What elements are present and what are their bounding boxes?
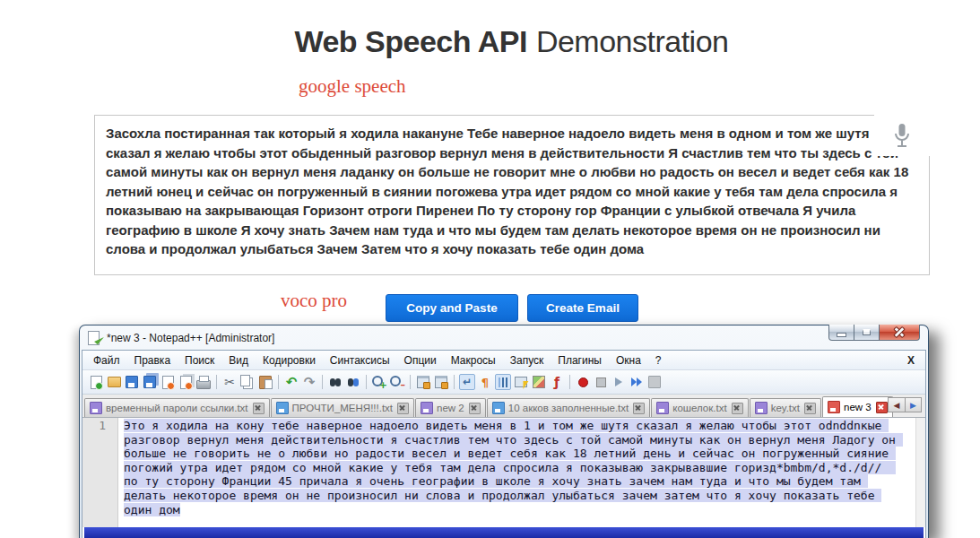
tab-1[interactable]: ПРОЧТИ_МЕНЯ!!!.txt bbox=[271, 398, 415, 417]
close-tab-icon[interactable] bbox=[253, 403, 265, 414]
toolbar-separator bbox=[322, 375, 323, 389]
func-list-icon[interactable] bbox=[549, 374, 565, 390]
tab-2[interactable]: new 2 bbox=[415, 398, 486, 417]
close-tab-icon[interactable] bbox=[469, 403, 481, 414]
tab-label: ПРОЧТИ_МЕНЯ!!!.txt bbox=[292, 403, 394, 413]
close-tab-icon[interactable] bbox=[804, 403, 816, 414]
menu-item-1[interactable]: Правка bbox=[127, 354, 178, 367]
toolbar-separator bbox=[216, 375, 217, 389]
tab-0[interactable]: временный пароли ссылки.txt bbox=[84, 398, 270, 417]
selected-text[interactable]: Это я ходила на кону тебе наверное надое… bbox=[124, 419, 903, 516]
tab-scroll-left-icon[interactable]: ◀ bbox=[888, 397, 905, 412]
tab-label: временный пароли ссылки.txt bbox=[106, 403, 248, 413]
minimize-button[interactable] bbox=[828, 325, 854, 341]
toolbar-separator bbox=[569, 375, 570, 389]
line-number-margin: 1 bbox=[82, 418, 118, 527]
menu-item-2[interactable]: Поиск bbox=[178, 354, 221, 367]
window-bottom-strip bbox=[84, 527, 924, 538]
tab-bar-tabs: временный пароли ссылки.txtПРОЧТИ_МЕНЯ!!… bbox=[84, 396, 894, 417]
maximize-button[interactable] bbox=[854, 325, 879, 341]
copy-and-paste-button[interactable]: Copy and Paste bbox=[386, 294, 518, 322]
tab-label: key.txt bbox=[771, 403, 800, 413]
cut-icon[interactable] bbox=[221, 374, 238, 390]
redo-icon[interactable] bbox=[301, 374, 317, 390]
user-lang-icon[interactable] bbox=[513, 374, 529, 390]
zoom-out-icon[interactable] bbox=[389, 374, 405, 390]
tab-6[interactable]: new 3 bbox=[822, 396, 893, 417]
page-title-strong: Web Speech API bbox=[294, 24, 526, 58]
tab-3[interactable]: 10 акков заполненные.txt bbox=[487, 398, 650, 417]
toolbar-separator bbox=[410, 375, 411, 389]
editor-area[interactable]: 1 Это я ходила на кону тебе наверное над… bbox=[82, 418, 925, 527]
tab-label: 10 акков заполненные.txt bbox=[508, 403, 629, 413]
find-icon[interactable] bbox=[327, 374, 343, 390]
toolbar bbox=[82, 370, 925, 395]
play-macro-icon[interactable] bbox=[611, 374, 627, 390]
indent-guide-icon[interactable] bbox=[495, 374, 511, 390]
save-macro-icon[interactable] bbox=[646, 374, 663, 390]
floppy-save-icon bbox=[828, 401, 840, 413]
tab-4[interactable]: кошелок.txt bbox=[651, 398, 748, 417]
sync-vertical-icon[interactable] bbox=[415, 374, 431, 390]
page-title-light: Demonstration bbox=[536, 24, 729, 58]
menu-item-6[interactable]: Опции bbox=[397, 354, 444, 367]
menu-close-icon[interactable]: X bbox=[897, 354, 925, 367]
print-icon[interactable] bbox=[195, 374, 212, 390]
open-file-icon[interactable] bbox=[106, 374, 122, 390]
menu-item-7[interactable]: Макросы bbox=[444, 354, 503, 367]
page-title: Web Speech APIDemonstration bbox=[0, 21, 980, 62]
undo-icon[interactable] bbox=[283, 374, 299, 390]
menu-item-10[interactable]: Окна bbox=[609, 354, 648, 367]
tab-label: new 2 bbox=[437, 403, 464, 413]
editor-text[interactable]: Это я ходила на кону тебе наверное надое… bbox=[118, 418, 915, 527]
menu-item-8[interactable]: Запуск bbox=[503, 354, 551, 367]
run-multiple-icon[interactable] bbox=[629, 374, 645, 390]
paste-icon[interactable] bbox=[257, 374, 273, 390]
notepad-app-icon bbox=[87, 331, 101, 344]
toolbar-separator bbox=[366, 375, 367, 389]
editor-scrollbar[interactable] bbox=[915, 418, 925, 527]
stop-macro-icon[interactable] bbox=[593, 374, 609, 390]
record-macro-icon[interactable] bbox=[575, 374, 591, 390]
menu-bar: ФайлПравкаПоискВидКодировкиСинтаксисыОпц… bbox=[82, 351, 925, 370]
word-wrap-icon[interactable] bbox=[459, 374, 475, 390]
menu-item-9[interactable]: Плагины bbox=[551, 354, 609, 367]
close-tab-icon[interactable] bbox=[633, 403, 645, 414]
floppy-save-icon bbox=[492, 402, 505, 414]
sync-horizontal-icon[interactable] bbox=[433, 374, 449, 390]
menu-item-0[interactable]: Файл bbox=[86, 354, 127, 367]
page: Web Speech APIDemonstration google speec… bbox=[0, 0, 980, 538]
menu-item-3[interactable]: Вид bbox=[221, 354, 256, 367]
new-file-icon[interactable] bbox=[88, 374, 104, 390]
speech-results-box[interactable]: Засохла постиранная так который я ходила… bbox=[94, 115, 930, 275]
zoom-in-icon[interactable] bbox=[371, 374, 387, 390]
tab-5[interactable]: key.txt bbox=[750, 398, 821, 417]
voco-pro-label: voco pro bbox=[281, 290, 347, 312]
floppy-save-icon bbox=[90, 402, 102, 414]
floppy-save-icon bbox=[755, 402, 768, 414]
replace-icon[interactable] bbox=[345, 374, 361, 390]
save-all-icon[interactable] bbox=[142, 374, 158, 390]
menu-item-5[interactable]: Синтаксисы bbox=[323, 354, 397, 367]
close-tab-icon[interactable] bbox=[876, 402, 888, 413]
speech-results-text[interactable]: Засохла постиранная так который я ходила… bbox=[95, 116, 929, 259]
notepad-titlebar[interactable]: *new 3 - Notepad++ [Administrator] bbox=[80, 325, 928, 350]
show-all-chars-icon[interactable] bbox=[477, 374, 493, 390]
floppy-save-icon bbox=[276, 402, 289, 414]
close-all-icon[interactable] bbox=[178, 374, 194, 390]
close-window-button[interactable] bbox=[879, 325, 920, 341]
microphone-icon[interactable] bbox=[874, 115, 930, 156]
menu-item-11[interactable]: ? bbox=[648, 354, 669, 367]
close-tab-icon[interactable] bbox=[397, 403, 409, 414]
close-doc-icon[interactable] bbox=[160, 374, 176, 390]
floppy-save-icon bbox=[421, 402, 433, 414]
menu-item-4[interactable]: Кодировки bbox=[256, 354, 323, 367]
save-icon[interactable] bbox=[124, 374, 140, 390]
copy-icon[interactable] bbox=[239, 374, 256, 390]
doc-map-icon[interactable] bbox=[531, 374, 547, 390]
notepad-client-area: ФайлПравкаПоискВидКодировкиСинтаксисыОпц… bbox=[82, 350, 926, 538]
close-tab-icon[interactable] bbox=[732, 403, 743, 414]
google-speech-label: google speech bbox=[299, 75, 406, 98]
create-email-button[interactable]: Create Email bbox=[527, 294, 638, 322]
tab-scroll-right-icon[interactable]: ▶ bbox=[905, 397, 922, 412]
